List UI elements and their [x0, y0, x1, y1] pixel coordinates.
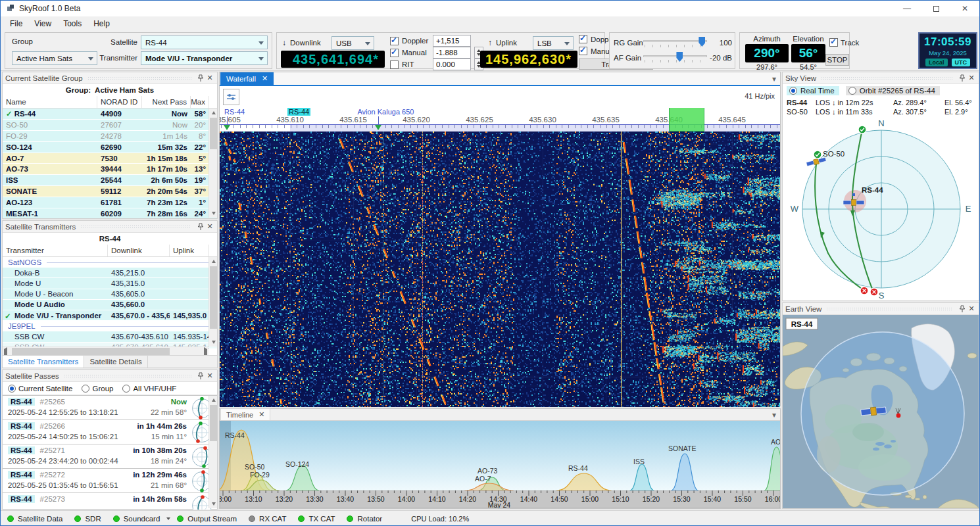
uplink-doppler-checkbox[interactable]	[579, 35, 587, 43]
tab-waterfall[interactable]: Waterfall ✕	[220, 72, 274, 85]
chevron-down-icon[interactable]: ▾	[772, 410, 776, 419]
satellite-row[interactable]: AO-775301h 15m 18s5°	[3, 153, 217, 164]
clock-utc-button[interactable]: UTC	[952, 59, 971, 66]
pass-row[interactable]: RS-44#25271in 10h 38m 20s2025-05-24 23:4…	[3, 444, 217, 469]
transmitter-row[interactable]: ✓Mode V/U - Transponder435,670.0 - 435,6…	[3, 310, 217, 321]
maximize-button[interactable]	[921, 1, 950, 16]
status-item-output-stream[interactable]: Output Stream	[177, 515, 237, 523]
transmitter-row[interactable]: SSB CW435.670-435.610145.935-145	[3, 331, 217, 342]
column-header[interactable]: Max	[191, 96, 209, 108]
transmitter-group-row[interactable]: JE9PEL	[3, 321, 217, 331]
stop-button[interactable]: STOP	[825, 54, 849, 66]
pass-row[interactable]: RS-44#25265Now2025-05-24 12:55:25 to 13:…	[3, 396, 217, 420]
menu-item-view[interactable]: View	[28, 18, 57, 30]
uplink-frequency-display[interactable]: 145,962,630*	[480, 51, 577, 68]
tab-satellite-transmitters[interactable]: Satellite Transmitters	[3, 356, 84, 368]
status-item-rx-cat[interactable]: RX CAT	[249, 515, 286, 523]
close-icon[interactable]: ✕	[967, 304, 976, 314]
marker-triangle-icon[interactable]	[375, 125, 381, 130]
af-gain-slider[interactable]	[643, 52, 707, 64]
transmitter-group-row[interactable]: SatNOGS	[3, 257, 217, 268]
downlink-manual-checkbox[interactable]	[390, 49, 399, 57]
satellite-row[interactable]: MESAT-1602097h 28m 16s24°	[3, 208, 217, 218]
status-item-soundcard[interactable]: Soundcard	[113, 515, 160, 523]
chevron-down-icon[interactable]: ▾	[772, 74, 776, 84]
tab-satellite-details[interactable]: Satellite Details	[84, 356, 147, 368]
satellite-row[interactable]: SO-5027607Now20°	[3, 120, 217, 131]
earth-map[interactable]: RS-44	[783, 315, 979, 508]
close-icon[interactable]: ✕	[967, 74, 976, 83]
filter-current-satellite[interactable]: Current Satellite	[8, 385, 72, 393]
status-item-sdr[interactable]: SDR	[74, 515, 101, 523]
frequency-marker-label[interactable]: RS-44	[287, 108, 310, 116]
pin-icon[interactable]	[196, 371, 205, 381]
column-header[interactable]: Name	[3, 96, 97, 108]
close-icon[interactable]: ✕	[205, 222, 214, 231]
transmitter-row[interactable]: Mode U - Beacon435,605.0	[3, 289, 217, 300]
status-item-tx-cat[interactable]: TX CAT	[298, 515, 335, 523]
realtime-radio[interactable]: Real Time	[787, 86, 839, 95]
column-header[interactable]: Transmitter	[3, 245, 108, 256]
waterfall-spectrogram[interactable]	[220, 132, 780, 407]
satellite-row[interactable]: FO-29242781m 14s8°	[3, 131, 217, 142]
orbit-radio[interactable]: Orbit #25265 of RS-44	[846, 86, 940, 95]
close-icon[interactable]: ✕	[262, 74, 268, 83]
timeline-chart[interactable]: RS-44SO-50FO-29SO-124AO-73AO-7RS-44ISSSO…	[220, 421, 780, 508]
downlink-frequency-display[interactable]: 435,641,694*	[281, 51, 385, 68]
pin-icon[interactable]	[958, 304, 967, 314]
marker-triangle-icon[interactable]	[224, 125, 230, 130]
close-icon[interactable]: ✕	[205, 371, 214, 381]
close-icon[interactable]: ✕	[258, 410, 264, 419]
column-header[interactable]: NORAD ID	[97, 96, 142, 108]
menu-item-help[interactable]: Help	[87, 18, 116, 30]
downlink-mode-combo[interactable]: USB	[331, 36, 374, 50]
menu-item-file[interactable]: File	[4, 18, 28, 30]
satellite-row[interactable]: AO-123617817h 23m 12s1°	[3, 197, 217, 208]
satellite-row[interactable]: AO-73394441h 17m 10s13°	[3, 164, 217, 175]
frequency-marker-label[interactable]: Avion Kaluga 650	[357, 108, 414, 116]
waterfall-settings-button[interactable]	[223, 89, 239, 105]
uplink-mode-combo[interactable]: LSB	[533, 36, 574, 50]
vertical-scrollbar[interactable]	[208, 257, 217, 347]
vertical-scrollbar[interactable]	[208, 108, 217, 218]
downlink-manual-field[interactable]	[433, 47, 471, 59]
column-header[interactable]: Uplink	[170, 245, 209, 256]
rg-gain-slider[interactable]	[643, 37, 707, 49]
satellite-row[interactable]: ISS255442h 6m 50s19°	[3, 175, 217, 186]
transmitter-row[interactable]: Mode U Audio435,660.0	[3, 300, 217, 310]
downlink-doppler-field[interactable]	[433, 35, 471, 47]
horizontal-scrollbar[interactable]	[3, 347, 208, 355]
transponder-passband-highlight[interactable]	[669, 108, 704, 132]
filter-all-vhf-uhf[interactable]: All VHF/UHF	[122, 385, 176, 393]
satellite-combo[interactable]: RS-44	[141, 36, 268, 49]
pass-row[interactable]: RS-44#25266in 1h 44m 26s2025-05-24 14:50…	[3, 420, 217, 444]
frequency-scale[interactable]: 435.605435.610435.615435.620435.625435.6…	[220, 108, 780, 132]
transmitter-row[interactable]: Doka-B435,215.0	[3, 268, 217, 278]
frequency-marker-label[interactable]: RS-44	[224, 108, 245, 116]
pin-icon[interactable]	[958, 74, 967, 83]
close-button[interactable]: ✕	[950, 1, 979, 16]
transmitter-row[interactable]: Mode U435,315.0	[3, 278, 217, 289]
column-header[interactable]: Downlink	[108, 245, 170, 256]
satellite-row[interactable]: SONATE591122h 20m 54s37°	[3, 186, 217, 197]
rit-checkbox[interactable]	[390, 60, 399, 69]
pin-icon[interactable]	[196, 74, 205, 83]
filter-group[interactable]: Group	[82, 385, 113, 393]
transmitter-combo[interactable]: Mode V/U - Transponder	[141, 51, 268, 65]
track-checkbox[interactable]	[829, 38, 838, 47]
sky-polar-plot[interactable]: N S W E RS-44 SO-50	[783, 117, 979, 302]
column-header[interactable]: Next Pass	[142, 96, 191, 108]
close-icon[interactable]: ✕	[205, 74, 214, 83]
status-item-satellite-data[interactable]: Satellite Data	[7, 515, 62, 523]
satellite-row[interactable]: SO-1246269015m 32s22°	[3, 142, 217, 153]
clock-local-button[interactable]: Local	[925, 59, 948, 66]
uplink-manual-checkbox[interactable]	[579, 47, 587, 55]
vertical-scrollbar[interactable]	[208, 396, 217, 508]
minimize-button[interactable]: —	[893, 1, 921, 16]
group-combo[interactable]: Active Ham Sats	[12, 51, 97, 65]
pin-icon[interactable]	[196, 222, 205, 231]
pass-row[interactable]: RS-44#25273in 14h 26m 58s	[3, 493, 217, 510]
tab-timeline[interactable]: Timeline ✕	[220, 408, 270, 420]
chevron-down-icon[interactable]	[166, 517, 170, 520]
satellite-row[interactable]: ✓RS-4444909Now58°	[3, 108, 217, 120]
